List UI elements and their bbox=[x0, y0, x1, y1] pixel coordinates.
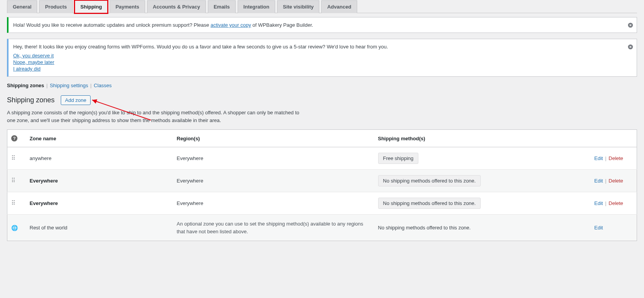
sub-nav: Shipping zones | Shipping settings | Cla… bbox=[7, 83, 637, 88]
subnav-zones[interactable]: Shipping zones bbox=[7, 83, 44, 88]
zone-region: Everywhere bbox=[173, 192, 374, 215]
subnav-settings[interactable]: Shipping settings bbox=[50, 83, 88, 88]
wpbakery-notice: Hola! Would you like to receive automati… bbox=[7, 17, 637, 33]
wpforms-notice: Hey, there! It looks like you enjoy crea… bbox=[7, 39, 637, 77]
zone-method: Free shipping bbox=[374, 147, 591, 170]
zone-name[interactable]: anywhere bbox=[30, 155, 51, 161]
zone-name[interactable]: Everywhere bbox=[30, 178, 58, 184]
close-icon[interactable] bbox=[627, 43, 634, 51]
zone-region: An optional zone you can use to set the … bbox=[173, 215, 374, 241]
activate-link[interactable]: activate your copy bbox=[211, 22, 251, 28]
review-link[interactable]: Ok, you deserve it bbox=[13, 53, 54, 59]
tab-site-visibility[interactable]: Site visibility bbox=[277, 0, 319, 13]
notice-pre: Hola! Would you like to receive automati… bbox=[13, 22, 211, 28]
tab-products[interactable]: Products bbox=[39, 0, 72, 13]
edit-link[interactable]: Edit bbox=[594, 200, 603, 206]
help-icon[interactable]: ? bbox=[11, 135, 17, 141]
zone-region: Everywhere bbox=[173, 170, 374, 192]
zone-name[interactable]: Rest of the world bbox=[26, 215, 173, 241]
notice-post: of WPBakery Page Builder. bbox=[251, 22, 313, 28]
page-title: Shipping zones bbox=[7, 96, 55, 104]
tab-integration[interactable]: Integration bbox=[238, 0, 275, 13]
drag-handle-icon[interactable]: ⠿ bbox=[11, 179, 16, 182]
settings-tabs: GeneralProductsShippingPaymentsAccounts … bbox=[7, 0, 637, 13]
add-zone-button[interactable]: Add zone bbox=[61, 95, 91, 105]
table-row-rest: 🌐Rest of the worldAn optional zone you c… bbox=[7, 215, 637, 241]
tab-payments[interactable]: Payments bbox=[110, 0, 145, 13]
zone-region: Everywhere bbox=[173, 147, 374, 170]
tab-advanced[interactable]: Advanced bbox=[321, 0, 357, 13]
col-zone-name: Zone name bbox=[26, 130, 173, 147]
zone-method: No shipping methods offered to this zone… bbox=[374, 170, 591, 192]
review-link[interactable]: Nope, maybe later bbox=[13, 59, 54, 65]
page-description: A shipping zone consists of the region(s… bbox=[7, 109, 301, 124]
table-row: ⠿EverywhereEverywhereNo shipping methods… bbox=[7, 170, 637, 192]
zone-method: No shipping methods offered to this zone… bbox=[374, 215, 591, 241]
notice-text: Hey, there! It looks like you enjoy crea… bbox=[13, 44, 622, 50]
edit-link[interactable]: Edit bbox=[594, 155, 603, 161]
drag-handle-icon[interactable]: ⠿ bbox=[11, 201, 16, 205]
delete-link[interactable]: Delete bbox=[609, 200, 623, 206]
delete-link[interactable]: Delete bbox=[609, 178, 623, 184]
tab-shipping[interactable]: Shipping bbox=[75, 0, 108, 13]
col-region: Region(s) bbox=[173, 130, 374, 147]
drag-handle-icon[interactable]: ⠿ bbox=[11, 156, 16, 160]
subnav-classes[interactable]: Classes bbox=[94, 83, 111, 88]
table-row: ⠿EverywhereEverywhereNo shipping methods… bbox=[7, 192, 637, 215]
zone-method: No shipping methods offered to this zone… bbox=[374, 192, 591, 215]
notice-text: Hola! Would you like to receive automati… bbox=[13, 22, 313, 28]
edit-link[interactable]: Edit bbox=[594, 225, 603, 231]
tab-emails[interactable]: Emails bbox=[208, 0, 236, 13]
edit-link[interactable]: Edit bbox=[594, 178, 603, 184]
table-row: ⠿anywhereEverywhereFree shippingEdit | D… bbox=[7, 147, 637, 170]
review-link[interactable]: I already did bbox=[13, 66, 41, 72]
shipping-zones-table: ? Zone name Region(s) Shipping method(s)… bbox=[7, 129, 637, 241]
zone-name[interactable]: Everywhere bbox=[30, 200, 58, 206]
col-method: Shipping method(s) bbox=[374, 130, 591, 147]
tab-accounts-privacy[interactable]: Accounts & Privacy bbox=[147, 0, 206, 13]
delete-link[interactable]: Delete bbox=[609, 155, 623, 161]
tab-general[interactable]: General bbox=[7, 0, 37, 13]
globe-icon: 🌐 bbox=[11, 225, 18, 231]
close-icon[interactable] bbox=[627, 21, 634, 29]
